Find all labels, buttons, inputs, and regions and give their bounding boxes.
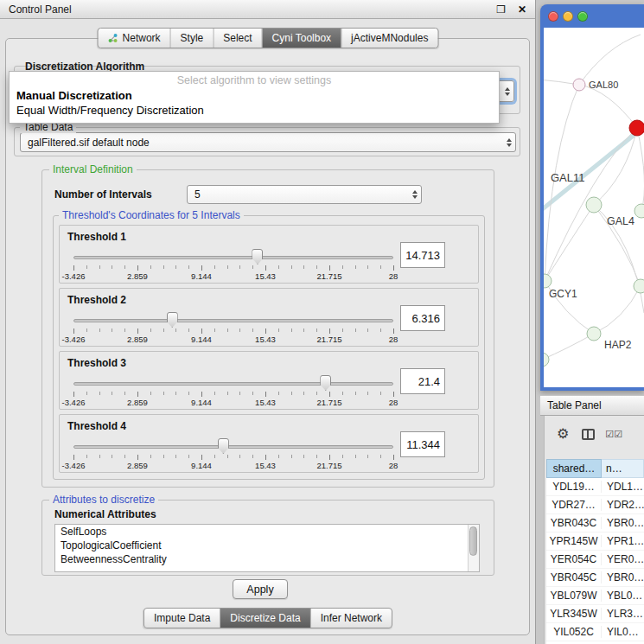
slider-tick-major [201,455,202,460]
select-columns-icon[interactable]: ☑☑ [605,429,622,440]
network-canvas[interactable]: GAL80GAL11GAL4GCY1HAP2 [544,28,644,387]
table-panel-header[interactable]: Table Panel [540,395,644,416]
table-row[interactable]: YDR27…YDR2… [546,496,644,514]
interval-definition-group: Interval Definition Number of Intervals … [41,169,494,488]
network-edge[interactable] [594,286,641,334]
table-row[interactable]: YBR045CYBR0… [546,569,644,587]
num-intervals-label: Number of Intervals [54,188,152,201]
control-panel-window: Control Panel ❒ ✕ NetworkStyleSelectCyni… [0,0,536,644]
threshold-value-field[interactable]: 11.344 [400,431,445,457]
column-header-name[interactable]: n… [602,459,644,478]
float-window-icon[interactable]: ❒ [496,3,506,16]
network-view-window[interactable]: GAL80GAL11GAL4GCY1HAP2 [540,4,644,391]
slider-tick-major [201,328,202,334]
control-panel-titlebar[interactable]: Control Panel ❒ ✕ [0,0,535,19]
attributes-scrollbar[interactable] [468,525,479,571]
cell-name: YBL0… [602,590,644,602]
table-panel-title: Table Panel [547,399,602,411]
close-window-icon[interactable]: ✕ [518,3,526,16]
apply-button[interactable]: Apply [233,579,288,599]
algorithm-popup-options: Manual DiscretizationEqual Width/Frequen… [10,88,499,118]
columns-icon[interactable] [582,429,595,440]
attribute-list-item[interactable]: BetweennessCentrality [55,552,479,566]
top-tabs: NetworkStyleSelectCyni ToolboxjActiveMNo… [98,28,439,48]
column-header-shared-name[interactable]: shared… [546,459,602,478]
slider-scale-label: 9.144 [191,335,212,344]
slider-tick-major [201,392,202,397]
table-data-combo[interactable]: galFiltered.sif default node [20,132,516,152]
tab-cyni-toolbox[interactable]: Cyni Toolbox [263,29,341,48]
tab-infer-network[interactable]: Infer Network [311,609,392,628]
threshold-box: Threshold 3-3.4262.8599.14415.4321.71528… [59,351,479,410]
network-node-gal11[interactable] [586,197,602,213]
slider-thumb[interactable] [167,312,178,328]
network-edge[interactable] [579,85,637,128]
threshold-value-field[interactable]: 14.713 [400,242,445,268]
cell-shared-name: YBR045C [546,571,602,583]
table-rows: YDL19…YDL1…YDR27…YDR2…YBR043CYBR0…YPR145… [546,478,644,641]
network-node[interactable] [634,279,644,293]
threshold-value-field[interactable]: 6.316 [400,305,445,331]
threshold-slider[interactable]: -3.4262.8599.14415.4321.71528 [73,311,393,346]
network-node[interactable] [544,353,549,367]
table-row[interactable]: YDL19…YDL1… [546,478,644,496]
cell-shared-name: YDR27… [546,499,602,511]
attribute-list-item[interactable]: TopologicalCoefficient [55,539,479,552]
table-row[interactable]: YIL052CYIL0… [546,623,644,641]
combo-arrows-icon [412,190,418,199]
slider-scale-label: 15.43 [255,271,276,281]
zoom-traffic-light-icon[interactable] [577,11,588,22]
network-node-gal80[interactable] [573,79,585,91]
slider-thumb[interactable] [320,375,331,391]
threshold-slider[interactable]: -3.4262.8599.14415.4321.71528 [73,248,393,283]
tab-network[interactable]: Network [99,29,171,48]
table-row[interactable]: YER054CYER0… [546,551,644,569]
tab-impute-data[interactable]: Impute Data [144,609,220,628]
slider-ticks [73,455,393,458]
attribute-list-item[interactable]: SelfLoops [55,525,479,539]
slider-track [73,382,393,386]
network-edge[interactable] [544,334,594,360]
threshold-box: Threshold 4-3.4262.8599.14415.4321.71528… [59,414,479,473]
slider-tick-major [73,392,74,397]
table-row[interactable]: YBR043CYBR0… [546,514,644,532]
tab-label: Cyni Toolbox [272,32,331,44]
threshold-value-field[interactable]: 21.4 [400,368,445,394]
threshold-label: Threshold 3 [67,357,126,369]
minimize-traffic-light-icon[interactable] [563,11,573,22]
interval-definition-title: Interval Definition [49,163,137,175]
network-node-gal4[interactable] [634,204,644,218]
tab-style[interactable]: Style [171,29,214,48]
table-row[interactable]: YBL079WYBL0… [546,587,644,605]
network-node-hap2[interactable] [587,327,601,341]
slider-tick-major [393,455,394,460]
table-data-group: Table Data galFiltered.sif default node [14,127,520,156]
gear-icon[interactable]: ⚙ [557,427,569,441]
network-node-gcy1[interactable] [544,274,552,288]
network-canvas-svg[interactable]: GAL80GAL11GAL4GCY1HAP2 [544,28,644,387]
scrollbar-thumb[interactable] [469,526,477,556]
network-edge[interactable] [637,128,644,211]
tab-select[interactable]: Select [214,29,262,48]
num-intervals-value: 5 [194,188,201,201]
algorithm-option[interactable]: Manual Discretization [10,88,499,103]
slider-tick-major [329,455,330,460]
tab-discretize-data[interactable]: Discretize Data [220,609,310,628]
network-edge[interactable] [545,205,594,281]
slider-thumb[interactable] [252,249,263,265]
close-traffic-light-icon[interactable] [548,11,558,22]
network-edge[interactable] [579,35,641,85]
threshold-slider[interactable]: -3.4262.8599.14415.4321.71528 [73,374,393,409]
thresholds-group-title: Threshold's Coordinates for 5 Intervals [59,209,244,221]
tab-jactivemnodules[interactable]: jActiveMNodules [341,29,437,48]
slider-scale-label: 28 [389,461,399,470]
table-row[interactable]: YPR145WYPR1… [546,532,644,551]
num-intervals-combo[interactable]: 5 [187,185,422,204]
threshold-slider[interactable]: -3.4262.8599.14415.4321.71528 [73,437,393,472]
table-row[interactable]: YLR345WYLR3… [546,605,644,623]
attributes-list[interactable]: SelfLoopsTopologicalCoefficientBetweenne… [54,524,480,572]
slider-thumb[interactable] [218,438,229,454]
algorithm-option[interactable]: Equal Width/Frequency Discretization [10,103,499,118]
node-label: GAL80 [589,80,618,90]
selected-node[interactable] [629,120,644,136]
